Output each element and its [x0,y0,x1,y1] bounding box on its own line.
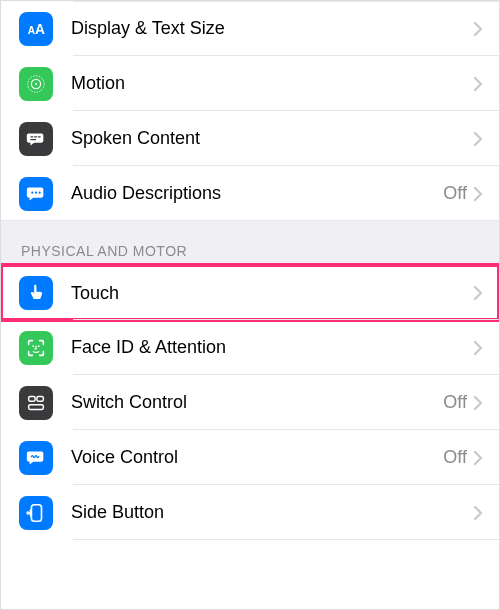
svg-point-4 [35,82,37,84]
row-label: Spoken Content [71,128,473,149]
row-audio-descriptions[interactable]: Audio Descriptions Off [1,166,499,221]
faceid-icon [19,331,53,365]
section-header-physical: PHYSICAL AND MOTOR [1,221,499,265]
svg-rect-14 [29,396,35,401]
row-faceid-attention[interactable]: Face ID & Attention [1,320,499,375]
row-label: Touch [71,283,473,304]
settings-screen: AA Display & Text Size Motion Spoken Con… [0,0,500,610]
chevron-right-icon [473,131,483,147]
row-label: Audio Descriptions [71,183,443,204]
spoken-content-icon [19,122,53,156]
svg-rect-17 [31,504,41,521]
svg-point-11 [39,191,41,193]
row-value: Off [443,392,467,413]
row-display-text-size[interactable]: AA Display & Text Size [1,1,499,56]
svg-rect-7 [38,136,41,137]
row-label: Side Button [71,502,473,523]
row-side-button[interactable]: Side Button [1,485,499,540]
display-text-size-icon: AA [19,12,53,46]
chevron-right-icon [473,186,483,202]
row-voice-control[interactable]: Voice Control Off [1,430,499,485]
chevron-right-icon [473,340,483,356]
svg-text:A: A [35,21,45,36]
chevron-right-icon [473,395,483,411]
row-label: Voice Control [71,447,443,468]
row-label: Display & Text Size [71,18,473,39]
row-label: Face ID & Attention [71,337,473,358]
svg-point-10 [35,191,37,193]
audio-descriptions-icon [19,177,53,211]
row-value: Off [443,183,467,204]
row-motion[interactable]: Motion [1,56,499,111]
svg-rect-16 [29,404,44,409]
motion-icon [19,67,53,101]
svg-rect-5 [31,136,34,137]
chevron-right-icon [473,450,483,466]
row-spoken-content[interactable]: Spoken Content [1,111,499,166]
svg-point-9 [31,191,33,193]
touch-icon [19,276,53,310]
row-touch[interactable]: Touch [1,265,499,320]
row-switch-control[interactable]: Switch Control Off [1,375,499,430]
separator [1,220,499,221]
chevron-right-icon [473,285,483,301]
svg-rect-6 [34,136,37,137]
row-label: Motion [71,73,473,94]
chevron-right-icon [473,76,483,92]
svg-point-12 [32,345,34,347]
row-value: Off [443,447,467,468]
switch-control-icon [19,386,53,420]
side-button-icon [19,496,53,530]
chevron-right-icon [473,505,483,521]
row-label: Switch Control [71,392,443,413]
svg-rect-8 [31,139,37,140]
separator [73,1,499,2]
svg-point-13 [38,345,40,347]
chevron-right-icon [473,21,483,37]
separator [73,539,499,540]
section-header-label: PHYSICAL AND MOTOR [21,243,187,259]
svg-rect-15 [37,396,43,401]
voice-control-icon [19,441,53,475]
